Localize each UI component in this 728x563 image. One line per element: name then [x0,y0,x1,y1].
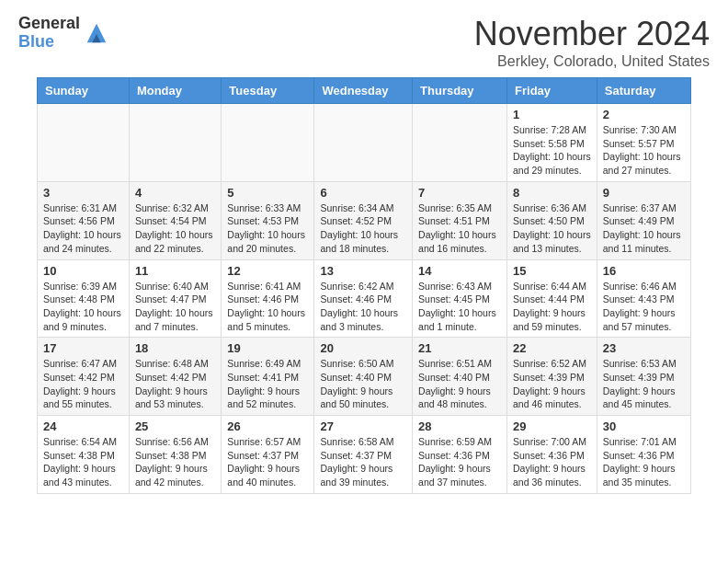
calendar-row-0: 1Sunrise: 7:28 AM Sunset: 5:58 PM Daylig… [38,104,691,182]
day-info: Sunrise: 6:37 AM Sunset: 4:49 PM Dayligh… [603,201,685,256]
day-number: 10 [43,264,123,278]
day-info: Sunrise: 6:58 AM Sunset: 4:37 PM Dayligh… [320,435,406,489]
day-number: 26 [227,419,308,433]
day-number: 22 [513,341,591,355]
day-number: 2 [603,108,685,121]
day-number: 3 [43,186,123,200]
day-info: Sunrise: 6:54 AM Sunset: 4:38 PM Dayligh… [43,435,123,489]
calendar-cell [413,104,507,182]
calendar-cell: 12Sunrise: 6:41 AM Sunset: 4:46 PM Dayli… [222,259,314,338]
calendar-cell: 30Sunrise: 7:01 AM Sunset: 4:36 PM Dayli… [597,416,690,494]
column-header-tuesday: Tuesday [222,78,314,104]
calendar-cell: 15Sunrise: 6:44 AM Sunset: 4:44 PM Dayli… [507,259,597,338]
day-number: 4 [135,186,215,200]
day-info: Sunrise: 6:56 AM Sunset: 4:38 PM Dayligh… [135,435,215,489]
day-info: Sunrise: 6:42 AM Sunset: 4:46 PM Dayligh… [320,280,406,334]
day-number: 6 [320,186,406,200]
calendar-cell: 13Sunrise: 6:42 AM Sunset: 4:46 PM Dayli… [314,259,413,338]
day-info: Sunrise: 6:31 AM Sunset: 4:56 PM Dayligh… [43,201,123,256]
day-number: 5 [227,186,308,200]
calendar-cell: 2Sunrise: 7:30 AM Sunset: 5:57 PM Daylig… [597,104,690,182]
day-info: Sunrise: 7:28 AM Sunset: 5:58 PM Dayligh… [513,123,591,178]
calendar-cell [314,104,413,182]
calendar-cell: 18Sunrise: 6:48 AM Sunset: 4:42 PM Dayli… [129,338,221,416]
day-number: 25 [135,419,215,433]
calendar-table: SundayMondayTuesdayWednesdayThursdayFrid… [37,77,691,494]
calendar-cell: 17Sunrise: 6:47 AM Sunset: 4:42 PM Dayli… [38,338,130,416]
day-number: 17 [43,341,123,355]
day-info: Sunrise: 7:01 AM Sunset: 4:36 PM Dayligh… [603,435,685,489]
day-info: Sunrise: 6:41 AM Sunset: 4:46 PM Dayligh… [227,280,308,334]
calendar-cell: 28Sunrise: 6:59 AM Sunset: 4:36 PM Dayli… [413,416,507,494]
day-info: Sunrise: 6:59 AM Sunset: 4:36 PM Dayligh… [418,435,501,489]
day-number: 9 [603,186,685,200]
calendar-cell: 9Sunrise: 6:37 AM Sunset: 4:49 PM Daylig… [597,181,690,259]
day-info: Sunrise: 6:43 AM Sunset: 4:45 PM Dayligh… [418,280,501,334]
day-number: 20 [320,341,406,355]
day-number: 21 [418,341,501,355]
calendar-cell: 19Sunrise: 6:49 AM Sunset: 4:41 PM Dayli… [222,338,314,416]
calendar-cell: 14Sunrise: 6:43 AM Sunset: 4:45 PM Dayli… [413,259,507,338]
day-number: 23 [603,341,685,355]
calendar-cell: 7Sunrise: 6:35 AM Sunset: 4:51 PM Daylig… [413,181,507,259]
day-number: 30 [603,419,685,433]
day-info: Sunrise: 6:49 AM Sunset: 4:41 PM Dayligh… [227,357,308,411]
day-info: Sunrise: 6:52 AM Sunset: 4:39 PM Dayligh… [513,357,591,411]
day-info: Sunrise: 6:50 AM Sunset: 4:40 PM Dayligh… [320,357,406,411]
calendar-cell: 21Sunrise: 6:51 AM Sunset: 4:40 PM Dayli… [413,338,507,416]
day-info: Sunrise: 6:36 AM Sunset: 4:50 PM Dayligh… [513,201,591,256]
calendar-cell: 27Sunrise: 6:58 AM Sunset: 4:37 PM Dayli… [314,416,413,494]
day-info: Sunrise: 6:47 AM Sunset: 4:42 PM Dayligh… [43,357,123,411]
day-number: 19 [227,341,308,355]
column-header-saturday: Saturday [597,78,690,104]
day-info: Sunrise: 6:33 AM Sunset: 4:53 PM Dayligh… [227,201,308,256]
calendar-cell: 20Sunrise: 6:50 AM Sunset: 4:40 PM Dayli… [314,338,413,416]
calendar-cell: 26Sunrise: 6:57 AM Sunset: 4:37 PM Dayli… [222,416,314,494]
day-number: 28 [418,419,501,433]
logo: General Blue [18,15,109,52]
header: General Blue November 2024 Berkley, Colo… [0,0,728,77]
month-title: November 2024 [474,15,710,53]
calendar-cell: 24Sunrise: 6:54 AM Sunset: 4:38 PM Dayli… [38,416,130,494]
calendar-cell: 6Sunrise: 6:34 AM Sunset: 4:52 PM Daylig… [314,181,413,259]
logo-general-text: General [18,15,80,33]
day-info: Sunrise: 6:40 AM Sunset: 4:47 PM Dayligh… [135,280,215,334]
day-info: Sunrise: 6:48 AM Sunset: 4:42 PM Dayligh… [135,357,215,411]
column-header-monday: Monday [129,78,221,104]
calendar-header-row: SundayMondayTuesdayWednesdayThursdayFrid… [38,78,691,104]
calendar-cell: 8Sunrise: 6:36 AM Sunset: 4:50 PM Daylig… [507,181,597,259]
calendar-cell: 4Sunrise: 6:32 AM Sunset: 4:54 PM Daylig… [129,181,221,259]
calendar-row-3: 17Sunrise: 6:47 AM Sunset: 4:42 PM Dayli… [38,338,691,416]
logo-icon [84,20,109,46]
day-number: 8 [513,186,591,200]
title-block: November 2024 Berkley, Colorado, United … [474,15,710,70]
day-number: 15 [513,264,591,278]
day-info: Sunrise: 6:34 AM Sunset: 4:52 PM Dayligh… [320,201,406,256]
calendar-cell [129,104,221,182]
day-info: Sunrise: 7:30 AM Sunset: 5:57 PM Dayligh… [603,123,685,178]
day-number: 12 [227,264,308,278]
column-header-thursday: Thursday [413,78,507,104]
day-info: Sunrise: 6:32 AM Sunset: 4:54 PM Dayligh… [135,201,215,256]
column-header-friday: Friday [507,78,597,104]
day-info: Sunrise: 6:35 AM Sunset: 4:51 PM Dayligh… [418,201,501,256]
day-info: Sunrise: 6:53 AM Sunset: 4:39 PM Dayligh… [603,357,685,411]
day-info: Sunrise: 6:51 AM Sunset: 4:40 PM Dayligh… [418,357,501,411]
column-header-wednesday: Wednesday [314,78,413,104]
day-info: Sunrise: 6:39 AM Sunset: 4:48 PM Dayligh… [43,280,123,334]
location: Berkley, Colorado, United States [474,53,710,70]
day-number: 13 [320,264,406,278]
day-number: 14 [418,264,501,278]
day-number: 24 [43,419,123,433]
calendar-row-2: 10Sunrise: 6:39 AM Sunset: 4:48 PM Dayli… [38,259,691,338]
calendar-cell: 3Sunrise: 6:31 AM Sunset: 4:56 PM Daylig… [38,181,130,259]
day-number: 7 [418,186,501,200]
calendar-cell: 22Sunrise: 6:52 AM Sunset: 4:39 PM Dayli… [507,338,597,416]
day-info: Sunrise: 7:00 AM Sunset: 4:36 PM Dayligh… [513,435,591,489]
calendar-cell [38,104,130,182]
logo-blue-text: Blue [18,33,80,52]
calendar-row-1: 3Sunrise: 6:31 AM Sunset: 4:56 PM Daylig… [38,181,691,259]
day-number: 27 [320,419,406,433]
calendar-cell: 25Sunrise: 6:56 AM Sunset: 4:38 PM Dayli… [129,416,221,494]
calendar-cell [222,104,314,182]
